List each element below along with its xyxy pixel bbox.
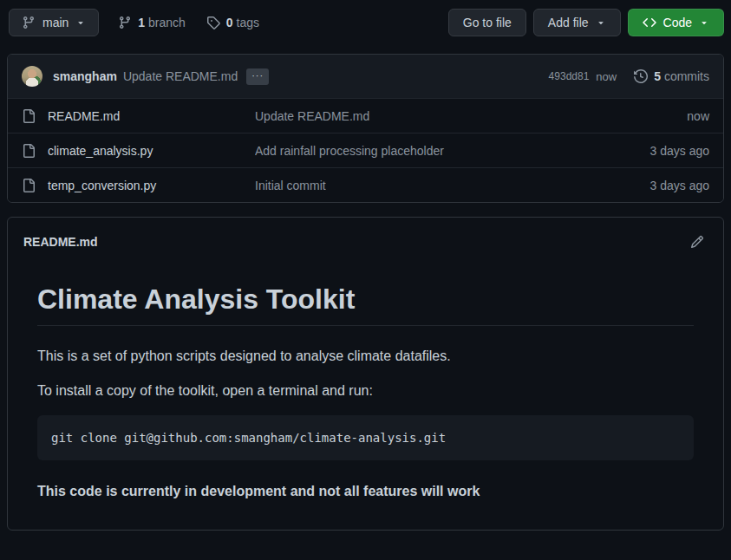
pencil-icon bbox=[690, 235, 704, 249]
branch-name: main bbox=[42, 14, 69, 31]
edit-readme-button[interactable] bbox=[687, 235, 708, 249]
file-age: now bbox=[687, 109, 709, 123]
file-name-link[interactable]: README.md bbox=[48, 109, 255, 123]
file-name-link[interactable]: temp_conversion.py bbox=[48, 179, 255, 192]
readme-panel: README.md Climate Analysis Toolkit This … bbox=[7, 217, 724, 531]
git-branch-icon bbox=[22, 16, 36, 29]
goto-file-label: Go to file bbox=[463, 14, 512, 31]
readme-filename: README.md bbox=[23, 235, 98, 249]
commit-sha-link[interactable]: 493dd81 bbox=[549, 70, 590, 82]
table-row: temp_conversion.py Initial commit 3 days… bbox=[8, 167, 723, 202]
repo-page: main 1 branch 0 tags Go to file bbox=[0, 0, 731, 560]
commit-description-toggle[interactable]: ··· bbox=[246, 68, 269, 85]
tag-count: 0 bbox=[226, 16, 233, 29]
file-icon bbox=[22, 144, 36, 158]
tags-link[interactable]: 0 tags bbox=[206, 16, 259, 29]
file-commit-message-link[interactable]: Update README.md bbox=[255, 109, 673, 123]
readme-heading: Climate Analysis Toolkit bbox=[37, 282, 694, 326]
commit-author-link[interactable]: smangham bbox=[53, 69, 117, 83]
readme-content: Climate Analysis Toolkit This is a set o… bbox=[8, 249, 723, 530]
table-row: README.md Update README.md now bbox=[8, 98, 723, 133]
branches-link[interactable]: 1 branch bbox=[118, 16, 186, 29]
repo-stats: 1 branch 0 tags bbox=[118, 16, 259, 29]
file-age: 3 days ago bbox=[650, 179, 710, 192]
add-file-button[interactable]: Add file bbox=[533, 9, 621, 36]
add-file-label: Add file bbox=[548, 14, 589, 31]
code-button[interactable]: Code bbox=[628, 9, 724, 36]
tag-icon bbox=[206, 16, 220, 29]
file-commit-message-link[interactable]: Initial commit bbox=[255, 179, 636, 192]
table-row: climate_analysis.py Add rainfall process… bbox=[8, 133, 723, 167]
chevron-down-icon bbox=[699, 17, 709, 28]
file-icon bbox=[22, 179, 36, 192]
code-icon bbox=[643, 16, 656, 29]
readme-code-block[interactable]: git clone git@github.com:smangham/climat… bbox=[37, 415, 694, 460]
code-button-label: Code bbox=[663, 14, 692, 31]
git-branch-icon bbox=[118, 16, 132, 29]
commits-label: commits bbox=[664, 69, 709, 83]
files-panel: smangham Update README.md ··· 493dd81 no… bbox=[7, 54, 724, 203]
commit-timestamp: now bbox=[596, 70, 617, 83]
file-age: 3 days ago bbox=[650, 144, 710, 158]
avatar[interactable] bbox=[22, 66, 42, 87]
branch-selector[interactable]: main bbox=[9, 9, 99, 36]
readme-paragraph: To install a copy of the toolkit, open a… bbox=[37, 381, 694, 401]
toolbar-actions: Go to file Add file Code bbox=[448, 9, 724, 36]
readme-header: README.md bbox=[8, 218, 723, 249]
history-icon bbox=[634, 69, 648, 83]
goto-file-button[interactable]: Go to file bbox=[448, 9, 526, 36]
repo-toolbar: main 1 branch 0 tags Go to file bbox=[0, 0, 731, 36]
tag-count-label: tags bbox=[237, 16, 259, 29]
commit-meta: 493dd81 now 5 commits bbox=[549, 69, 709, 83]
branch-count: 1 bbox=[138, 16, 145, 29]
readme-paragraph: This is a set of python scripts designed… bbox=[37, 346, 694, 367]
readme-note: This code is currently in development an… bbox=[37, 481, 694, 502]
latest-commit-bar: smangham Update README.md ··· 493dd81 no… bbox=[8, 55, 723, 98]
commit-message-link[interactable]: Update README.md bbox=[123, 69, 238, 83]
branch-count-label: branch bbox=[148, 16, 186, 29]
commit-history-link[interactable]: 5 commits bbox=[634, 69, 709, 83]
file-icon bbox=[22, 109, 36, 123]
commits-count: 5 bbox=[654, 69, 661, 83]
chevron-down-icon bbox=[75, 17, 86, 28]
file-commit-message-link[interactable]: Add rainfall processing placeholder bbox=[255, 144, 636, 158]
file-name-link[interactable]: climate_analysis.py bbox=[48, 144, 255, 158]
chevron-down-icon bbox=[596, 17, 606, 28]
